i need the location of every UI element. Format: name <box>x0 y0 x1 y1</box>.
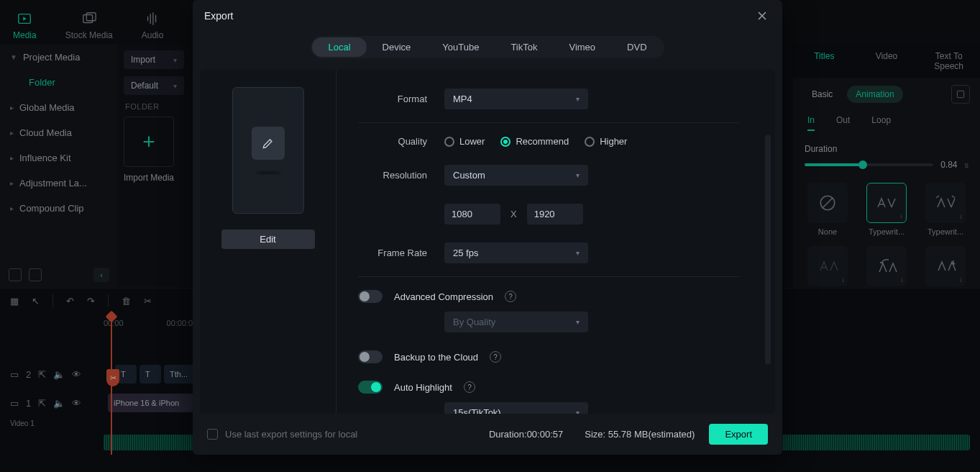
export-tab-youtube[interactable]: YouTube <box>426 37 495 57</box>
export-modal: Export Local Device YouTube TikTok Vimeo… <box>193 0 782 455</box>
chevron-down-icon: ▾ <box>576 95 580 103</box>
advanced-compression-toggle[interactable] <box>358 290 383 303</box>
advanced-compression-label: Advanced Compression <box>394 291 493 302</box>
compression-mode-select: By Quality▾ <box>444 312 588 332</box>
use-last-settings-checkbox[interactable]: Use last export settings for local <box>207 429 357 440</box>
info-icon[interactable]: ? <box>464 381 475 393</box>
quality-recommend-radio[interactable]: Recommend <box>500 136 569 147</box>
preview-pane: Edit <box>200 70 336 414</box>
export-tab-device[interactable]: Device <box>367 37 427 57</box>
format-label: Format <box>358 94 444 104</box>
export-tabs: Local Device YouTube TikTok Vimeo DVD <box>193 32 782 70</box>
backup-cloud-label: Backup to the Cloud <box>394 352 478 363</box>
chevron-down-icon: ▾ <box>576 318 580 326</box>
edit-icon <box>252 127 285 160</box>
quality-lower-radio[interactable]: Lower <box>444 136 485 147</box>
format-select[interactable]: MP4▾ <box>444 88 588 109</box>
close-icon[interactable] <box>754 7 771 24</box>
edit-button[interactable]: Edit <box>221 230 315 249</box>
export-tab-vimeo[interactable]: Vimeo <box>553 37 611 57</box>
auto-highlight-select[interactable]: 15s(TikTok)▾ <box>444 402 588 414</box>
framerate-label: Frame Rate <box>358 248 444 258</box>
auto-highlight-toggle[interactable] <box>358 381 383 394</box>
export-tab-tiktok[interactable]: TikTok <box>495 37 553 57</box>
resolution-label: Resolution <box>358 170 444 181</box>
export-button[interactable]: Export <box>709 424 768 445</box>
export-tab-local[interactable]: Local <box>312 37 366 57</box>
chevron-down-icon: ▾ <box>576 171 580 179</box>
info-icon[interactable]: ? <box>505 291 516 302</box>
preview-thumbnail <box>232 87 304 214</box>
chevron-down-icon: ▾ <box>576 249 580 257</box>
info-icon[interactable]: ? <box>490 351 501 363</box>
framerate-select[interactable]: 25 fps▾ <box>444 242 588 263</box>
width-input[interactable] <box>444 204 500 224</box>
auto-highlight-label: Auto Highlight <box>394 382 452 393</box>
scrollbar[interactable] <box>765 135 771 365</box>
chevron-down-icon: ▾ <box>576 409 580 414</box>
duration-info: Duration:00:00:57 <box>489 429 563 440</box>
x-separator: X <box>510 209 517 219</box>
modal-title: Export <box>204 10 233 22</box>
export-form: Format MP4▾ Quality Lower Recommend High… <box>336 70 775 414</box>
quality-label: Quality <box>358 136 444 147</box>
backup-cloud-toggle[interactable] <box>358 350 383 363</box>
size-info: Size: 55.78 MB(estimated) <box>585 429 695 440</box>
export-tab-dvd[interactable]: DVD <box>611 37 662 57</box>
height-input[interactable] <box>527 204 583 224</box>
resolution-select[interactable]: Custom▾ <box>444 165 588 186</box>
quality-higher-radio[interactable]: Higher <box>585 136 627 147</box>
